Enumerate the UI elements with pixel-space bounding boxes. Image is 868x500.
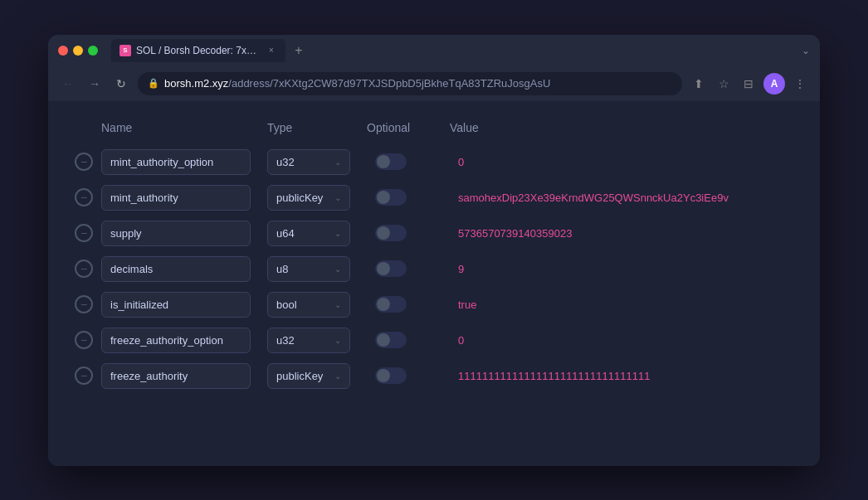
tab-bar: S SOL / Borsh Decoder: 7xKXtg2 × + ⌄ bbox=[111, 39, 810, 62]
content-area: Name Type Optional Value − u32 ⌄ 0 − bbox=[48, 101, 820, 466]
tab-list-button[interactable]: ⌄ bbox=[802, 45, 810, 56]
remove-row-button[interactable]: − bbox=[75, 260, 93, 278]
type-select[interactable]: publicKey ⌄ bbox=[267, 363, 350, 389]
value-text: samohexDip23Xe39eKrndWG25QWSnnckUa2Yc3iE… bbox=[458, 192, 793, 204]
optional-toggle[interactable] bbox=[375, 332, 407, 348]
value-text: 0 bbox=[458, 156, 793, 168]
lock-icon: 🔒 bbox=[148, 78, 159, 89]
optional-toggle[interactable] bbox=[375, 260, 407, 277]
type-chevron-icon: ⌄ bbox=[334, 371, 341, 381]
name-input[interactable] bbox=[101, 292, 251, 318]
value-text: 9 bbox=[458, 263, 793, 275]
optional-toggle[interactable] bbox=[375, 153, 407, 170]
table-row: − u8 ⌄ 9 bbox=[75, 251, 793, 287]
titlebar: S SOL / Borsh Decoder: 7xKXtg2 × + ⌄ bbox=[48, 35, 820, 66]
type-select[interactable]: bool ⌄ bbox=[267, 292, 350, 318]
remove-row-button[interactable]: − bbox=[75, 188, 93, 206]
optional-toggle[interactable] bbox=[375, 189, 407, 206]
addressbar-actions: ⬆ ☆ ⊟ A ⋮ bbox=[689, 73, 810, 95]
new-tab-button[interactable]: + bbox=[289, 41, 309, 61]
table-row: − publicKey ⌄ 11111111111111111111111111… bbox=[75, 358, 793, 394]
addressbar: ← → ↻ 🔒 borsh.m2.xyz/address/7xKXtg2CW87… bbox=[48, 66, 820, 101]
type-value: publicKey bbox=[276, 370, 323, 382]
toggle-knob bbox=[377, 191, 390, 204]
tab-label: SOL / Borsh Decoder: 7xKXtg2 bbox=[136, 45, 261, 56]
traffic-lights bbox=[58, 46, 98, 56]
value-text: true bbox=[458, 299, 793, 311]
name-input[interactable] bbox=[101, 149, 251, 175]
value-text: 11111111111111111111111111111111 bbox=[458, 370, 793, 382]
table-row: − bool ⌄ true bbox=[75, 287, 793, 323]
optional-toggle[interactable] bbox=[375, 225, 407, 241]
toggle-knob bbox=[377, 333, 390, 347]
name-input[interactable] bbox=[101, 256, 251, 282]
col-header-optional: Optional bbox=[367, 121, 450, 134]
url-path: /address/7xKXtg2CW87d97TXJSDpbD5jBkheTqA… bbox=[228, 77, 550, 90]
remove-row-button[interactable]: − bbox=[75, 224, 93, 242]
browser-window: S SOL / Borsh Decoder: 7xKXtg2 × + ⌄ ← →… bbox=[48, 35, 820, 466]
col-header-type: Type bbox=[267, 121, 367, 134]
type-chevron-icon: ⌄ bbox=[334, 265, 341, 274]
optional-toggle[interactable] bbox=[375, 296, 407, 313]
back-button[interactable]: ← bbox=[58, 74, 78, 94]
type-value: u32 bbox=[276, 156, 295, 168]
name-input[interactable] bbox=[101, 363, 251, 389]
table-rows: − u32 ⌄ 0 − publicKey ⌄ bbox=[75, 144, 793, 394]
type-chevron-icon: ⌄ bbox=[334, 229, 341, 238]
type-chevron-icon: ⌄ bbox=[334, 336, 341, 345]
share-icon[interactable]: ⬆ bbox=[689, 74, 709, 94]
type-chevron-icon: ⌄ bbox=[334, 158, 341, 167]
maximize-button[interactable] bbox=[88, 46, 98, 56]
forward-button[interactable]: → bbox=[85, 74, 105, 94]
tab-close-button[interactable]: × bbox=[266, 45, 277, 56]
table-row: − u32 ⌄ 0 bbox=[75, 144, 793, 180]
toggle-knob bbox=[377, 226, 390, 240]
value-text: 5736570739140359023 bbox=[458, 227, 793, 240]
menu-icon[interactable]: ⋮ bbox=[790, 74, 810, 94]
url-domain: borsh.m2.xyz bbox=[164, 77, 228, 90]
remove-row-button[interactable]: − bbox=[75, 367, 93, 385]
close-button[interactable] bbox=[58, 46, 68, 56]
type-select[interactable]: u64 ⌄ bbox=[267, 221, 350, 246]
type-value: u64 bbox=[276, 227, 295, 240]
value-text: 0 bbox=[458, 334, 793, 347]
type-value: bool bbox=[276, 299, 297, 311]
col-header-name: Name bbox=[101, 121, 267, 134]
url-bar[interactable]: 🔒 borsh.m2.xyz/address/7xKXtg2CW87d97TXJ… bbox=[138, 72, 682, 95]
table-row: − publicKey ⌄ samohexDip23Xe39eKrndWG25Q… bbox=[75, 180, 793, 216]
tab-favicon: S bbox=[119, 45, 131, 56]
type-select[interactable]: u32 ⌄ bbox=[267, 149, 350, 175]
remove-row-button[interactable]: − bbox=[75, 153, 93, 171]
table-header: Name Type Optional Value bbox=[75, 121, 793, 144]
type-chevron-icon: ⌄ bbox=[334, 300, 341, 309]
table-row: − u64 ⌄ 5736570739140359023 bbox=[75, 216, 793, 251]
toggle-knob bbox=[377, 298, 390, 311]
refresh-button[interactable]: ↻ bbox=[111, 74, 131, 94]
type-value: publicKey bbox=[276, 192, 323, 204]
sidebar-icon[interactable]: ⊟ bbox=[739, 74, 758, 94]
name-input[interactable] bbox=[101, 221, 251, 246]
type-chevron-icon: ⌄ bbox=[334, 193, 341, 202]
toggle-knob bbox=[377, 155, 390, 168]
type-select[interactable]: u32 ⌄ bbox=[267, 328, 350, 353]
active-tab[interactable]: S SOL / Borsh Decoder: 7xKXtg2 × bbox=[111, 39, 285, 62]
url-text: borsh.m2.xyz/address/7xKXtg2CW87d97TXJSD… bbox=[164, 77, 550, 90]
toggle-knob bbox=[377, 262, 390, 275]
type-select[interactable]: u8 ⌄ bbox=[267, 256, 350, 282]
col-header-value: Value bbox=[450, 121, 793, 134]
minimize-button[interactable] bbox=[73, 46, 83, 56]
remove-row-button[interactable]: − bbox=[75, 295, 93, 313]
optional-toggle[interactable] bbox=[375, 367, 407, 384]
type-select[interactable]: publicKey ⌄ bbox=[267, 185, 350, 211]
name-input[interactable] bbox=[101, 185, 251, 211]
table-row: − u32 ⌄ 0 bbox=[75, 323, 793, 358]
name-input[interactable] bbox=[101, 328, 251, 353]
remove-row-button[interactable]: − bbox=[75, 331, 93, 349]
type-value: u8 bbox=[276, 263, 288, 275]
user-avatar[interactable]: A bbox=[763, 73, 785, 95]
bookmark-icon[interactable]: ☆ bbox=[714, 74, 734, 94]
type-value: u32 bbox=[276, 334, 295, 347]
toggle-knob bbox=[377, 369, 390, 382]
